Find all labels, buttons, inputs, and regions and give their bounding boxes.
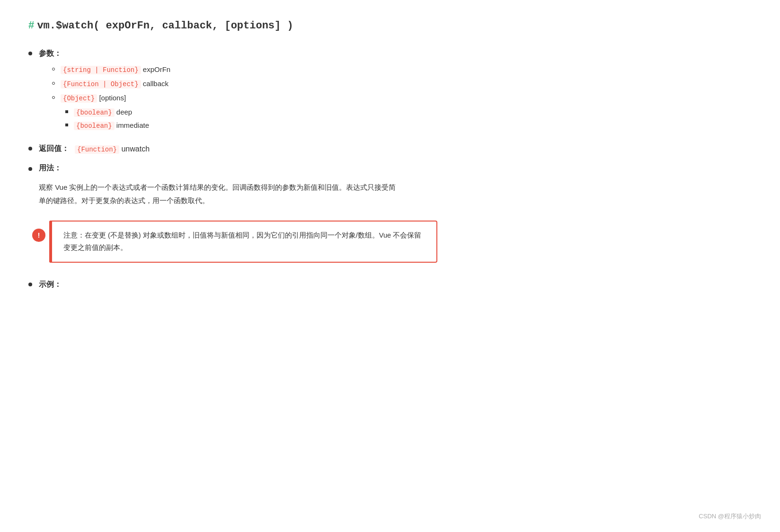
list-item: {Object} [options] <box>52 94 170 102</box>
param1-name: expOrFn <box>141 65 171 73</box>
square-bullet-2 <box>65 124 68 126</box>
param2-type: {Function | Object} <box>61 80 141 89</box>
param3-type: {Object} <box>61 94 97 103</box>
bullet-dot-return <box>28 147 32 151</box>
warning-left-bar <box>49 221 52 263</box>
param3-name: [options] <box>97 94 126 102</box>
sub-param1-type: {boolean} <box>74 108 115 117</box>
page-title: # vm.$watch( expOrFn, callback, [options… <box>28 19 752 32</box>
usage-label: 用法： <box>39 163 62 173</box>
return-section: 返回值： {Function} unwatch <box>28 144 752 154</box>
sub-param2-type: {boolean} <box>74 122 115 130</box>
params-section: 参数： {string | Function} expOrFn {Functio… <box>28 49 752 134</box>
list-item: {boolean} deep <box>65 108 170 116</box>
list-item: {boolean} immediate <box>65 121 170 130</box>
usage-text: 观察 Vue 实例上的一个表达式或者一个函数计算结果的变化。回调函数得到的参数为… <box>39 181 399 207</box>
title-code: vm.$watch( expOrFn, callback, [options] … <box>37 20 293 32</box>
sub-param1-name: deep <box>115 108 133 116</box>
circle-bullet-1 <box>52 68 55 71</box>
warning-icon: ! <box>32 229 45 242</box>
bullet-dot-params <box>28 52 32 55</box>
sub-param2-name: immediate <box>115 121 149 129</box>
params-list: {string | Function} expOrFn {Function | … <box>52 65 170 102</box>
bullet-dot-example <box>28 283 32 286</box>
usage-section: 用法： 观察 Vue 实例上的一个表达式或者一个函数计算结果的变化。回调函数得到… <box>28 163 752 263</box>
circle-bullet-3 <box>52 96 55 99</box>
return-name: unwatch <box>119 145 150 153</box>
example-section: 示例： <box>28 280 752 290</box>
warning-text: 注意：在变更 (不是替换) 对象或数组时，旧值将与新值相同，因为它们的引用指向同… <box>63 229 427 255</box>
param1-type: {string | Function} <box>61 66 141 74</box>
circle-bullet-2 <box>52 82 55 85</box>
square-bullet-1 <box>65 110 68 113</box>
return-label: 返回值： <box>39 144 69 154</box>
sub-params-list: {boolean} deep {boolean} immediate <box>65 108 170 130</box>
bullet-dot-usage <box>28 167 32 171</box>
params-label: 参数： <box>39 49 62 57</box>
list-item: {Function | Object} callback <box>52 80 170 88</box>
hash-symbol: # <box>28 19 34 31</box>
warning-box: ! 注意：在变更 (不是替换) 对象或数组时，旧值将与新值相同，因为它们的引用指… <box>49 221 437 263</box>
return-code: {Function} <box>75 145 119 154</box>
param2-name: callback <box>141 80 168 88</box>
list-item: {string | Function} expOrFn <box>52 65 170 74</box>
example-label: 示例： <box>39 280 62 290</box>
